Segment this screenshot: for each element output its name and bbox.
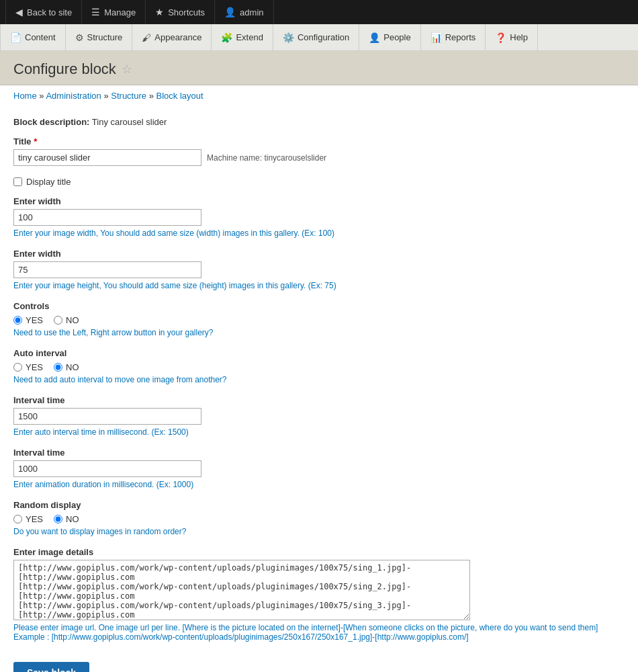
controls-field-group: Controls YES NO Need to use the Left, Ri…	[13, 301, 625, 337]
image-details-hint: Please enter image url. One image url pe…	[13, 623, 625, 632]
favorite-star-icon[interactable]: ☆	[122, 62, 132, 77]
image-width-field-group: Enter width Enter your image width, You …	[13, 196, 625, 238]
title-field-group: Title * Machine name: tinycarouselslider	[13, 136, 625, 166]
page-header: Configure block ☆	[0, 51, 638, 85]
manage-button[interactable]: ☰ Manage	[82, 0, 146, 24]
star-bar-icon: ★	[155, 7, 164, 17]
breadcrumb-block-layout[interactable]: Block layout	[156, 91, 203, 101]
content-icon: 📄	[10, 32, 21, 43]
interval-time-2-field-group: Interval time Enter animation duration i…	[13, 448, 625, 489]
interval-time-2-input[interactable]	[13, 460, 201, 477]
admin-bar: ◀ Back to site ☰ Manage ★ Shortcuts 👤 ad…	[0, 0, 638, 24]
image-details-field-group: Enter image details [http://www.gopiplus…	[13, 547, 625, 642]
interval-time-1-field-group: Interval time Enter auto interval time i…	[13, 395, 625, 437]
auto-interval-radio-row: YES NO	[13, 362, 625, 372]
interval-time-1-label: Interval time	[13, 395, 625, 405]
image-details-label: Enter image details	[13, 547, 625, 557]
title-input[interactable]	[13, 149, 201, 166]
breadcrumb-home[interactable]: Home	[13, 91, 37, 101]
image-details-textarea[interactable]: [http://www.gopiplus.com/work/wp-content…	[13, 560, 470, 620]
image-height-label: Enter width	[13, 249, 625, 259]
main-content: Block description: Tiny carousel slider …	[0, 106, 638, 672]
structure-icon: ⚙	[75, 32, 84, 43]
auto-interval-no-radio[interactable]	[54, 363, 62, 372]
nav-content[interactable]: 📄 Content	[0, 24, 66, 50]
menu-icon: ☰	[91, 7, 100, 17]
image-width-input[interactable]	[13, 209, 201, 226]
help-icon: ❓	[495, 32, 506, 43]
machine-name-note: Machine name: tinycarouselslider	[207, 153, 326, 163]
random-no-option[interactable]: NO	[54, 514, 79, 524]
nav-appearance[interactable]: 🖌 Appearance	[132, 24, 212, 50]
image-details-example: Example : [http://www.gopiplus.com/work/…	[13, 632, 625, 642]
title-label: Title *	[13, 136, 625, 146]
nav-structure[interactable]: ⚙ Structure	[66, 24, 133, 50]
extend-icon: 🧩	[221, 32, 232, 43]
nav-reports[interactable]: 📊 Reports	[421, 24, 486, 50]
image-width-label: Enter width	[13, 196, 625, 206]
nav-configuration[interactable]: ⚙️ Configuration	[273, 24, 359, 50]
back-to-site-button[interactable]: ◀ Back to site	[5, 0, 82, 24]
image-height-field-group: Enter width Enter your image height, You…	[13, 249, 625, 290]
people-icon: 👤	[369, 32, 380, 43]
save-block-button[interactable]: Save block	[13, 662, 89, 672]
auto-interval-yes-radio[interactable]	[13, 363, 22, 372]
display-title-checkbox[interactable]	[13, 177, 22, 186]
controls-no-radio[interactable]	[54, 316, 62, 325]
random-display-hint: Do you want to display images in random …	[13, 527, 625, 536]
controls-radio-row: YES NO	[13, 315, 625, 325]
page-title: Configure block ☆	[13, 60, 625, 78]
interval-time-2-hint: Enter animation duration in millisecond.…	[13, 480, 625, 489]
auto-interval-no-option[interactable]: NO	[54, 362, 79, 372]
random-yes-option[interactable]: YES	[13, 514, 43, 524]
controls-hint: Need to use the Left, Right arrow button…	[13, 328, 625, 337]
random-display-field-group: Random display YES NO Do you want to dis…	[13, 500, 625, 536]
controls-label: Controls	[13, 301, 625, 311]
auto-interval-hint: Need to add auto interval to move one im…	[13, 375, 625, 384]
nav-bar: 📄 Content ⚙ Structure 🖌 Appearance 🧩 Ext…	[0, 24, 638, 51]
interval-time-1-input[interactable]	[13, 408, 201, 425]
configuration-icon: ⚙️	[283, 32, 294, 43]
random-display-radio-row: YES NO	[13, 514, 625, 524]
interval-time-2-label: Interval time	[13, 448, 625, 458]
reports-icon: 📊	[430, 32, 442, 43]
random-yes-radio[interactable]	[13, 515, 22, 523]
controls-yes-radio[interactable]	[13, 316, 22, 325]
user-icon: 👤	[224, 7, 236, 17]
controls-no-option[interactable]: NO	[54, 315, 79, 325]
controls-yes-option[interactable]: YES	[13, 315, 43, 325]
admin-user-button[interactable]: 👤 admin	[215, 0, 273, 24]
appearance-icon: 🖌	[142, 32, 151, 43]
breadcrumb-structure[interactable]: Structure	[111, 91, 146, 101]
auto-interval-label: Auto interval	[13, 348, 625, 358]
breadcrumb: Home » Administration » Structure » Bloc…	[0, 85, 638, 106]
block-description: Block description: Tiny carousel slider	[13, 117, 625, 127]
nav-extend[interactable]: 🧩 Extend	[212, 24, 273, 50]
back-icon: ◀	[15, 7, 23, 17]
random-no-radio[interactable]	[54, 515, 62, 523]
display-title-label: Display title	[26, 177, 71, 187]
image-height-hint: Enter your image height, You should add …	[13, 281, 625, 290]
display-title-row: Display title	[13, 177, 625, 187]
image-height-input[interactable]	[13, 261, 201, 278]
auto-interval-yes-option[interactable]: YES	[13, 362, 43, 372]
random-display-label: Random display	[13, 500, 625, 510]
image-width-hint: Enter your image width, You should add s…	[13, 228, 625, 238]
nav-help[interactable]: ❓ Help	[486, 24, 538, 50]
breadcrumb-administration[interactable]: Administration	[46, 91, 101, 101]
auto-interval-field-group: Auto interval YES NO Need to add auto in…	[13, 348, 625, 384]
nav-people[interactable]: 👤 People	[359, 24, 420, 50]
shortcuts-button[interactable]: ★ Shortcuts	[146, 0, 215, 24]
interval-time-1-hint: Enter auto interval time in millisecond.…	[13, 427, 625, 437]
